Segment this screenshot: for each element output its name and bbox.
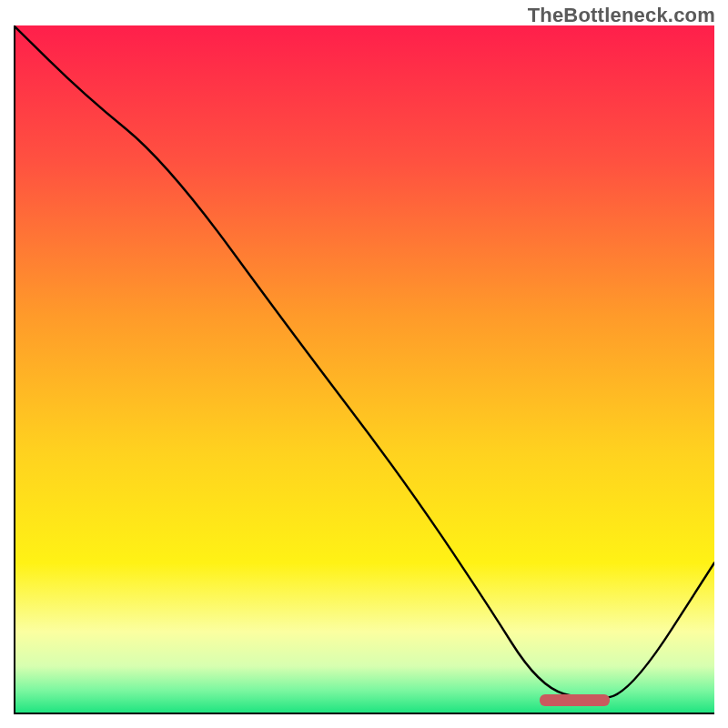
watermark-text: TheBottleneck.com xyxy=(528,4,715,27)
chart-stage: TheBottleneck.com xyxy=(0,0,728,728)
optimal-range-marker xyxy=(540,694,610,706)
axes-frame xyxy=(14,25,714,714)
